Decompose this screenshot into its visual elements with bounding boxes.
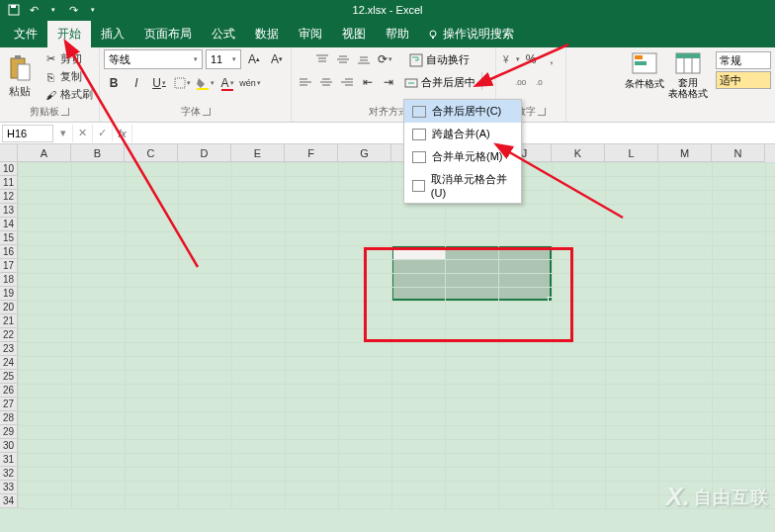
row-header[interactable]: 32 (0, 467, 18, 481)
row-header[interactable]: 24 (0, 356, 18, 370)
row-header[interactable]: 28 (0, 411, 18, 425)
name-box[interactable]: H16 (2, 125, 53, 142)
unmerge-item[interactable]: 取消单元格合并(U) (404, 168, 521, 203)
row-header[interactable]: 11 (0, 176, 18, 190)
undo-dropdown[interactable]: ▾ (45, 2, 61, 18)
align-bottom-button[interactable] (354, 49, 374, 69)
comma-button[interactable]: , (542, 49, 561, 69)
tab-home[interactable]: 开始 (47, 21, 91, 47)
column-header[interactable]: B (71, 144, 125, 162)
tab-layout[interactable]: 页面布局 (134, 21, 202, 47)
decrease-indent-button[interactable]: ⇤ (358, 72, 378, 92)
format-painter-button[interactable]: 🖌 格式刷 (42, 86, 95, 103)
tab-formulas[interactable]: 公式 (202, 21, 245, 47)
row-header[interactable]: 25 (0, 370, 18, 384)
tab-file[interactable]: 文件 (4, 21, 47, 47)
font-color-button[interactable]: A▾ (217, 73, 237, 93)
column-header[interactable]: L (605, 144, 658, 162)
row-header[interactable]: 20 (0, 301, 18, 314)
percent-button[interactable]: % (521, 49, 541, 69)
row-header[interactable]: 13 (0, 204, 18, 218)
merge-cells-item[interactable]: 合并单元格(M) (404, 145, 521, 168)
tell-me-search[interactable]: 操作说明搜索 (419, 21, 522, 47)
accounting-format-button[interactable]: ¥▾ (500, 49, 520, 69)
merge-across-item[interactable]: 跨越合并(A) (404, 123, 521, 145)
cell-style-select[interactable]: 适中 (716, 71, 771, 89)
row-header[interactable]: 19 (0, 287, 18, 301)
merge-dropdown-button[interactable]: ▾ (481, 72, 491, 90)
row-header[interactable]: 23 (0, 342, 18, 356)
row-header[interactable]: 29 (0, 425, 18, 439)
enter-formula-button[interactable]: ✓ (93, 125, 113, 142)
clipboard-launcher[interactable] (61, 108, 69, 116)
tab-review[interactable]: 审阅 (289, 21, 332, 47)
save-button[interactable] (6, 2, 22, 18)
cut-button[interactable]: ✂ 剪切 (42, 50, 95, 67)
row-header[interactable]: 26 (0, 384, 18, 398)
redo-button[interactable]: ↷ (65, 2, 81, 18)
increase-decimal-button[interactable]: .00 (511, 72, 531, 92)
row-header[interactable]: 10 (0, 162, 18, 176)
row-header[interactable]: 16 (0, 245, 18, 259)
tab-help[interactable]: 帮助 (376, 21, 419, 47)
column-header[interactable]: N (712, 144, 765, 162)
decrease-font-button[interactable]: A▾ (267, 49, 287, 69)
column-header[interactable]: C (125, 144, 178, 162)
align-top-button[interactable] (312, 49, 332, 69)
row-header[interactable]: 22 (0, 328, 18, 342)
italic-button[interactable]: I (127, 73, 146, 93)
increase-font-button[interactable]: A▴ (244, 49, 264, 69)
qat-dropdown[interactable]: ▾ (85, 2, 101, 18)
align-right-button[interactable] (337, 72, 357, 92)
column-header[interactable]: K (552, 144, 605, 162)
orientation-button[interactable]: ⟳▾ (375, 49, 394, 69)
table-format-button[interactable]: 套用 表格格式 (668, 51, 708, 118)
row-header[interactable]: 27 (0, 398, 18, 411)
fill-color-button[interactable]: ▾ (195, 73, 215, 93)
undo-button[interactable]: ↶ (26, 2, 42, 18)
font-name-select[interactable]: 等线▾ (104, 49, 203, 69)
underline-button[interactable]: U▾ (149, 73, 169, 93)
number-launcher[interactable] (538, 108, 546, 116)
row-header[interactable]: 14 (0, 218, 18, 231)
cancel-formula-button[interactable]: ✕ (73, 125, 93, 142)
border-button[interactable]: ▾ (172, 73, 192, 93)
align-center-button[interactable] (316, 72, 336, 92)
row-header[interactable]: 17 (0, 259, 18, 273)
row-header[interactable]: 15 (0, 231, 18, 245)
row-header[interactable]: 30 (0, 439, 18, 453)
merge-center-item[interactable]: 合并后居中(C) (404, 100, 521, 123)
insert-function-button[interactable]: fx (113, 125, 132, 142)
conditional-format-button[interactable]: 条件格式 (625, 51, 664, 118)
merge-center-button[interactable]: 合并后居中 (399, 72, 480, 93)
tab-data[interactable]: 数据 (245, 21, 289, 47)
row-header[interactable]: 33 (0, 481, 18, 494)
name-box-dropdown[interactable]: ▾ (53, 125, 73, 142)
number-format-select[interactable]: 常规 (716, 51, 771, 69)
align-left-button[interactable] (296, 72, 315, 92)
row-header[interactable]: 34 (0, 494, 18, 508)
increase-indent-button[interactable]: ⇥ (379, 72, 398, 92)
column-header[interactable]: G (338, 144, 391, 162)
row-header[interactable]: 31 (0, 453, 18, 467)
tab-view[interactable]: 视图 (332, 21, 376, 47)
tab-insert[interactable]: 插入 (91, 21, 134, 47)
phonetic-button[interactable]: wén▾ (240, 73, 260, 93)
font-launcher[interactable] (203, 108, 211, 116)
column-header[interactable]: D (178, 144, 231, 162)
bold-button[interactable]: B (104, 73, 124, 93)
column-header[interactable]: E (231, 144, 285, 162)
paste-button[interactable]: 粘贴 (4, 52, 36, 101)
column-header[interactable]: A (18, 144, 71, 162)
align-middle-button[interactable] (333, 49, 353, 69)
row-header[interactable]: 12 (0, 190, 18, 204)
select-all-corner[interactable] (0, 144, 18, 162)
column-header[interactable]: M (658, 144, 712, 162)
column-header[interactable]: F (285, 144, 338, 162)
font-size-select[interactable]: 11▾ (206, 49, 241, 69)
copy-button[interactable]: ⎘ 复制 (42, 68, 95, 85)
wrap-text-button[interactable]: 自动换行 (404, 49, 474, 70)
row-header[interactable]: 21 (0, 314, 18, 328)
row-header[interactable]: 18 (0, 273, 18, 287)
decrease-decimal-button[interactable]: .0 (532, 72, 552, 92)
